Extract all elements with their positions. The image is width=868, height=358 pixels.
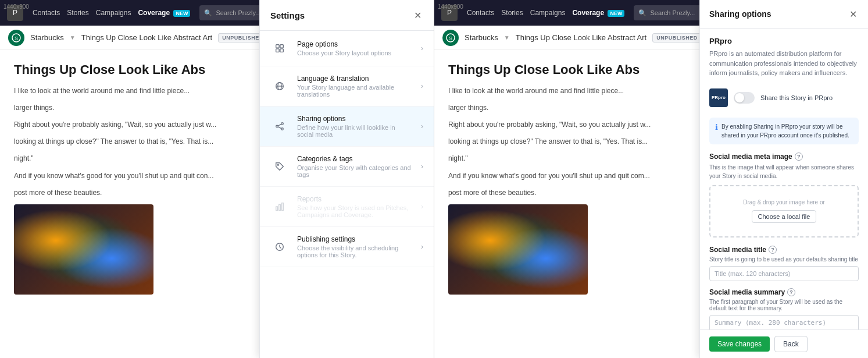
svg-rect-2: [276, 45, 279, 48]
settings-title: Settings: [270, 10, 305, 20]
chart-icon: [270, 197, 289, 216]
brand-logo-right: S: [442, 30, 459, 46]
settings-item-publishing[interactable]: Publishing settings Choose the visibilit…: [260, 227, 434, 267]
dimension-label-right: 1440x900: [438, 3, 463, 10]
settings-list: Page options Choose your Story layout op…: [260, 31, 434, 358]
brand-logo-left: S: [8, 30, 24, 46]
sharing-body: PRpro PRpro is an automated distribution…: [700, 29, 868, 329]
settings-item-sharing[interactable]: Sharing options Define how your link wil…: [260, 107, 434, 147]
arrow-icon-2: ›: [421, 122, 423, 130]
svg-line-12: [278, 124, 281, 126]
save-changes-button[interactable]: Save changes: [709, 336, 770, 352]
arrow-icon-3: ›: [421, 162, 423, 171]
unpublished-badge-right: UNPUBLISHED: [652, 33, 702, 42]
brand-name-right[interactable]: Starbucks: [465, 33, 498, 42]
svg-text:S: S: [15, 36, 18, 41]
prpro-logo: PRpro: [709, 88, 728, 107]
sharing-title: Sharing options: [709, 9, 771, 19]
social-title-label: Social media title ?: [709, 246, 859, 254]
svg-rect-4: [276, 49, 279, 52]
svg-point-11: [281, 128, 284, 130]
story-image-left: [14, 204, 153, 295]
chevron-icon-right: ▼: [504, 34, 510, 41]
svg-rect-17: [282, 203, 284, 211]
social-meta-image-desc: This is the image that will appear when …: [709, 163, 859, 180]
nav-links-left: Contacts Stories Campaigns Coverage NEW: [33, 9, 190, 17]
tag-icon: [270, 157, 289, 176]
brand-name-left[interactable]: Starbucks: [30, 33, 64, 42]
arrow-icon-1: ›: [421, 82, 423, 90]
back-button[interactable]: Back: [774, 336, 808, 352]
globe-icon: [270, 77, 289, 95]
story-image-right: [448, 204, 588, 295]
story-title-right: Things Up Close Look Like Abstract Art: [516, 33, 646, 42]
arrow-icon-0: ›: [421, 44, 423, 52]
nav-campaigns-right[interactable]: Campaigns: [530, 9, 566, 17]
prpro-row: PRpro Share this Story in PRpro: [709, 85, 859, 111]
page-options-text: Page options Choose your Story layout op…: [297, 40, 413, 56]
choose-file-button[interactable]: Choose a local file: [752, 210, 817, 223]
social-summary-desc: The first paragraph of your Story will b…: [709, 299, 859, 311]
reports-text: Reports See how your Story is used on Pi…: [297, 195, 413, 218]
svg-rect-5: [280, 49, 283, 52]
svg-rect-16: [279, 204, 281, 210]
social-title-desc: Story title is going to be used as your …: [709, 256, 859, 263]
settings-item-reports: Reports See how your Story is used on Pi…: [260, 187, 434, 227]
sharing-panel: Sharing options ✕ PRpro PRpro is an auto…: [699, 0, 868, 358]
help-icon-title[interactable]: ?: [769, 246, 777, 254]
left-panel: 1440x900 P Contacts Stories Campaigns Co…: [0, 0, 434, 358]
social-meta-image-section: Social media meta image ? This is the im…: [709, 153, 859, 238]
share-icon: [270, 117, 289, 136]
prpro-section-title: PRpro: [709, 37, 859, 45]
clock-icon: [270, 238, 289, 256]
nav-stories-left[interactable]: Stories: [67, 9, 88, 17]
svg-point-14: [277, 164, 278, 165]
help-icon-summary[interactable]: ?: [787, 288, 795, 296]
search-icon-right: 🔍: [638, 9, 646, 17]
nav-coverage-left[interactable]: Coverage NEW: [138, 9, 190, 17]
svg-point-9: [281, 123, 284, 125]
prpro-toggle[interactable]: [734, 92, 755, 104]
prpro-info-text: By enabling Sharing in PRpro your story …: [721, 122, 853, 140]
prpro-section-desc: PRpro is an automated distribution platf…: [709, 49, 859, 78]
nav-coverage-right[interactable]: Coverage NEW: [572, 9, 624, 17]
nav-stories-right[interactable]: Stories: [501, 9, 523, 17]
drop-text: Drag & drop your image here or: [743, 199, 825, 205]
svg-rect-15: [276, 207, 278, 210]
svg-line-13: [278, 127, 281, 129]
settings-close-button[interactable]: ✕: [412, 9, 423, 21]
social-summary-label: Social media summary ?: [709, 288, 859, 296]
settings-item-categories[interactable]: Categories & tags Organise your Story wi…: [260, 147, 434, 187]
nav-contacts-right[interactable]: Contacts: [467, 9, 494, 17]
publishing-text: Publishing settings Choose the visibilit…: [297, 235, 413, 258]
coverage-badge-left: NEW: [173, 10, 190, 17]
language-text: Language & translation Your Story langua…: [297, 75, 413, 98]
social-title-input[interactable]: [709, 266, 859, 281]
image-drop-zone[interactable]: Drag & drop your image here or Choose a …: [709, 185, 859, 238]
social-summary-input[interactable]: [709, 315, 859, 330]
arrow-icon-5: ›: [421, 243, 423, 251]
social-meta-image-title: Social media meta image ?: [709, 153, 859, 161]
svg-point-10: [276, 125, 278, 127]
search-icon-left: 🔍: [204, 9, 212, 17]
nav-contacts-left[interactable]: Contacts: [33, 9, 60, 17]
info-icon-prpro: ℹ: [715, 123, 718, 140]
settings-item-page-options[interactable]: Page options Choose your Story layout op…: [260, 31, 434, 66]
chevron-icon-left: ▼: [70, 34, 76, 41]
arrow-icon-4: ›: [421, 203, 423, 211]
sharing-close-button[interactable]: ✕: [847, 8, 859, 20]
sharing-footer: Save changes Back: [700, 329, 868, 358]
settings-header: Settings ✕: [260, 0, 434, 31]
settings-panel: Settings ✕ Page options Choose your Stor…: [259, 0, 434, 358]
sharing-header: Sharing options ✕: [700, 0, 868, 29]
svg-text:S: S: [449, 36, 452, 41]
right-panel: 1440x900 P Contacts Stories Campaigns Co…: [434, 0, 868, 358]
toggle-knob: [735, 93, 744, 102]
nav-campaigns-left[interactable]: Campaigns: [96, 9, 131, 17]
svg-rect-3: [280, 45, 283, 48]
dimension-label-left: 1440x900: [3, 3, 29, 10]
prpro-share-label: Share this Story in PRpro: [760, 94, 859, 101]
prpro-info-box: ℹ By enabling Sharing in PRpro your stor…: [709, 118, 859, 144]
help-icon-image[interactable]: ?: [795, 153, 803, 161]
settings-item-language[interactable]: Language & translation Your Story langua…: [260, 66, 434, 107]
